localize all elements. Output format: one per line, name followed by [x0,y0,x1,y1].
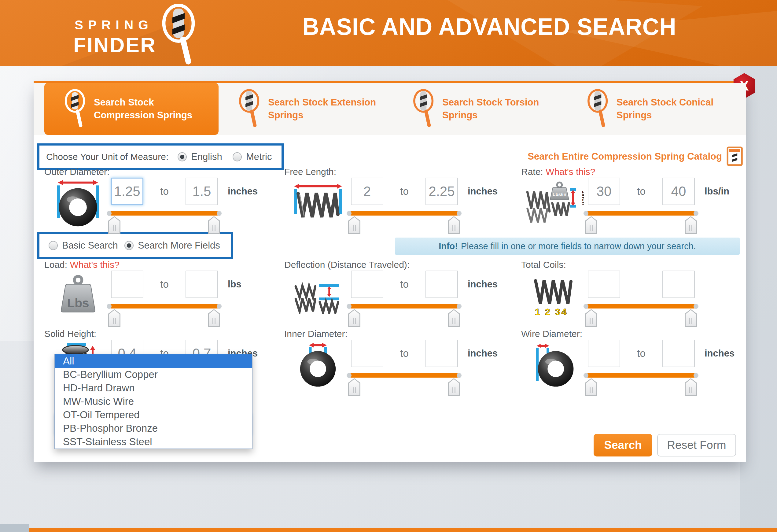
slider-handle-min[interactable] [348,309,360,327]
inner-diameter-label: Inner Diameter: [284,329,347,339]
slider-handle-max[interactable] [685,378,697,396]
outer-diameter-icon [49,177,107,230]
inner-diameter-max-input[interactable] [426,340,458,367]
dropdown-option[interactable]: PB-Phosphor Bronze [55,422,252,435]
load-label: Load: [44,259,67,270]
slider-track[interactable] [586,211,696,216]
slider-handle-min[interactable] [585,378,597,396]
inner-diameter-min-input[interactable] [351,340,383,367]
deflection-min-input[interactable] [351,271,383,298]
info-bar-text: Please fill in one or more fields to nar… [461,241,696,251]
magnifier-spring-icon [60,88,91,130]
dropdown-option[interactable]: HD-Hard Drawn [55,381,252,395]
radio-search-more-fields[interactable] [124,241,134,250]
radio-metric-label[interactable]: Metric [246,151,272,163]
slider-track[interactable] [349,304,459,309]
slider-track[interactable] [109,304,219,309]
outer-diameter-slider[interactable] [109,211,219,235]
bottom-corner-decor [0,524,29,532]
field-load: Load: What's this? Lbs to lbs [44,261,283,333]
slider-track[interactable] [349,211,459,216]
slider-handle-min[interactable] [348,216,360,234]
free-length-max-input[interactable] [426,178,458,205]
free-length-slider[interactable] [349,211,459,235]
range-to-label: to [145,271,184,298]
svg-text:Lbs/in: Lbs/in [553,192,566,197]
total-coils-slider[interactable] [586,304,696,328]
tab-label: Search Stock Compression Springs [94,96,210,122]
rate-max-input[interactable] [662,178,695,205]
slider-handle-max[interactable] [685,216,697,234]
deflection-max-input[interactable] [426,271,458,298]
slider-track[interactable] [109,211,219,216]
catalog-link-label[interactable]: Search Entire Compression Spring Catalog [528,151,722,162]
slider-track[interactable] [349,373,459,378]
load-slider[interactable] [109,304,219,328]
dropdown-option[interactable]: MW-Music Wire [55,395,252,408]
dropdown-option[interactable]: All [55,354,252,368]
wire-diameter-label: Wire Diameter: [521,329,582,339]
load-whats-this-link[interactable]: What's this? [70,259,119,270]
deflection-slider[interactable] [349,304,459,328]
radio-search-more-fields-label[interactable]: Search More Fields [138,240,220,251]
dropdown-option[interactable]: BC-Beryllium Copper [55,368,252,381]
radio-basic-search-label[interactable]: Basic Search [62,240,118,251]
tab-extension-springs[interactable]: Search Stock Extension Springs [219,83,393,135]
radio-english-label[interactable]: English [191,151,222,163]
radio-metric[interactable] [233,152,242,162]
slider-track[interactable] [586,373,696,378]
wire-diameter-unit: inches [704,340,735,367]
rate-min-input[interactable] [588,178,620,205]
slider-handle-min[interactable] [108,309,120,327]
field-total-coils: Total Coils: 1 2 34 [521,261,760,333]
slider-handle-min[interactable] [348,378,360,396]
slider-handle-max[interactable] [448,378,460,396]
slider-handle-max[interactable] [208,309,220,327]
dropdown-option[interactable]: OT-Oil Tempered [55,408,252,422]
slider-handle-min[interactable] [108,216,120,234]
radio-english[interactable] [178,152,187,162]
slider-handle-min[interactable] [585,309,597,327]
unit-of-measure-box: Choose Your Unit of Measure: English Met… [37,143,284,170]
slider-handle-max[interactable] [208,216,220,234]
slider-handle-max[interactable] [685,309,697,327]
deflection-icon [289,270,347,323]
wire-diameter-slider[interactable] [586,373,696,397]
wire-diameter-min-input[interactable] [588,340,620,367]
rate-whats-this-link[interactable]: What's this? [546,167,595,177]
app-header: SPRING FINDER BASIC AND ADVANCED SEARCH [0,0,777,66]
load-min-input[interactable] [111,271,143,298]
tab-conical-springs[interactable]: Search Stock Conical Springs [567,83,741,135]
tab-torsion-springs[interactable]: Search Stock Torsion Springs [393,83,567,135]
outer-diameter-min-input[interactable] [111,178,143,205]
rate-slider[interactable] [586,211,696,235]
wire-diameter-max-input[interactable] [662,340,695,367]
field-inner-diameter: Inner Diameter: to inches [284,330,523,402]
deflection-label: Deflection (Distance Traveled): [284,259,410,270]
free-length-icon [289,177,347,230]
free-length-min-input[interactable] [351,178,383,205]
inner-diameter-slider[interactable] [349,373,459,397]
load-unit: lbs [228,271,241,298]
search-button[interactable]: Search [593,434,652,456]
total-coils-min-input[interactable] [588,271,620,298]
solid-height-label: Solid Height: [44,329,96,339]
slider-handle-max[interactable] [448,309,460,327]
reset-form-button[interactable]: Reset Form [657,434,736,456]
page: SPRING FINDER BASIC AND ADVANCED SEARCH … [0,0,777,532]
load-max-input[interactable] [186,271,218,298]
total-coils-max-input[interactable] [662,271,695,298]
total-coils-icon: 1 2 34 [526,270,584,323]
slider-handle-min[interactable] [585,216,597,234]
dropdown-option[interactable]: SST-Stainless Steel [55,435,252,448]
catalog-icon[interactable] [727,146,743,166]
outer-diameter-max-input[interactable] [186,178,218,205]
material-type-dropdown: All BC-Beryllium Copper HD-Hard Drawn MW… [54,354,252,449]
free-length-unit: inches [468,178,497,205]
tab-compression-springs[interactable]: Search Stock Compression Springs [44,83,219,135]
slider-track[interactable] [586,304,696,309]
radio-basic-search[interactable] [48,241,58,250]
logo-text-spring: SPRING [75,18,153,32]
slider-handle-max[interactable] [448,216,460,234]
catalog-link[interactable]: Search Entire Compression Spring Catalog [489,146,743,167]
